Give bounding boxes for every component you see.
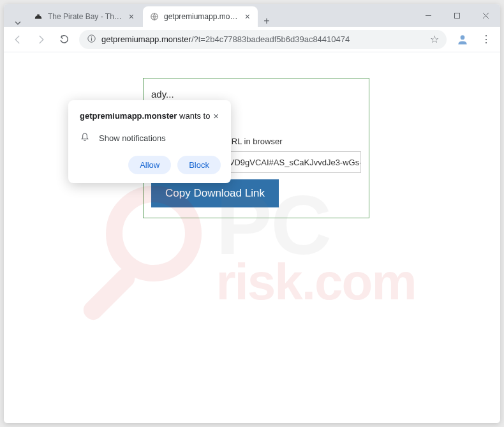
toolbar: getpremiumapp.monster/?t=2b4c77883badead…	[4, 27, 500, 52]
address-bar[interactable]: getpremiumapp.monster/?t=2b4c77883badead…	[79, 30, 447, 49]
notification-permission-popup: getpremiumapp.monster wants to × Show no…	[68, 100, 231, 183]
profile-button[interactable]	[454, 31, 471, 48]
back-button[interactable]	[8, 29, 28, 50]
favicon-piratebay	[33, 11, 43, 22]
svg-rect-1	[455, 13, 460, 18]
close-icon[interactable]: ×	[211, 110, 221, 121]
maximize-button[interactable]	[443, 4, 471, 27]
close-icon[interactable]: ×	[128, 11, 135, 22]
site-info-icon[interactable]	[87, 34, 96, 45]
download-ready-text: ady...	[151, 89, 361, 100]
window-controls	[414, 4, 500, 27]
menu-button[interactable]: ⋮	[476, 33, 496, 45]
copy-download-link-button[interactable]: Copy Download Link	[151, 179, 279, 207]
tab-label: getpremiumapp.monster/?t=2…	[164, 12, 239, 21]
favicon-generic	[149, 11, 159, 22]
watermark-line2: risk.com	[216, 262, 415, 302]
permission-item: Show notifications	[80, 132, 221, 144]
bookmark-star-icon[interactable]: ☆	[430, 33, 439, 45]
url-text: getpremiumapp.monster/?t=2b4c77883badead…	[101, 34, 425, 44]
permission-item-label: Show notifications	[99, 133, 166, 143]
svg-point-4	[461, 35, 465, 40]
browser-window: The Pirate Bay - The galaxy's m… × getpr…	[4, 4, 500, 423]
close-icon[interactable]: ×	[244, 11, 251, 22]
tab-pirate-bay[interactable]: The Pirate Bay - The galaxy's m… ×	[27, 6, 142, 27]
tab-label: The Pirate Bay - The galaxy's m…	[48, 12, 123, 21]
tab-strip: The Pirate Bay - The galaxy's m… × getpr…	[4, 4, 414, 27]
svg-point-3	[91, 36, 92, 37]
block-button[interactable]: Block	[177, 156, 221, 174]
allow-button[interactable]: Allow	[128, 156, 171, 174]
minimize-button[interactable]	[414, 4, 443, 27]
tabs-chevron[interactable]	[9, 19, 27, 27]
bell-icon	[80, 132, 90, 144]
new-tab-button[interactable]: +	[258, 15, 276, 27]
title-bar: The Pirate Bay - The galaxy's m… × getpr…	[4, 4, 500, 27]
tab-getpremiumapp[interactable]: getpremiumapp.monster/?t=2… ×	[143, 6, 258, 27]
close-window-button[interactable]	[471, 4, 500, 27]
forward-button[interactable]	[31, 29, 51, 50]
reload-button[interactable]	[54, 29, 74, 50]
page-content: PC risk.com ady... is: 2025 Copy and pas…	[4, 52, 500, 423]
permission-title: getpremiumapp.monster wants to	[80, 110, 211, 122]
